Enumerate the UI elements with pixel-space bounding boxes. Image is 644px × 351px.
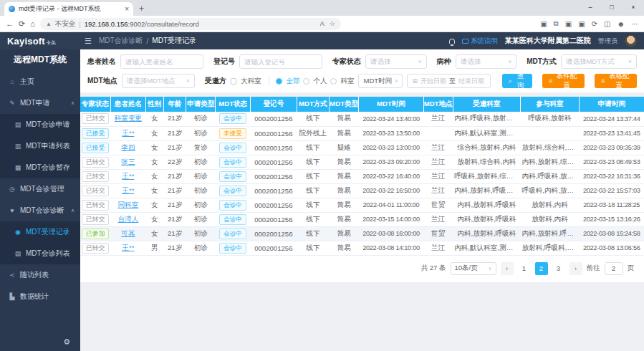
big-dept-checkbox-label[interactable]: 大科室 xyxy=(241,77,261,86)
radio-all[interactable] xyxy=(276,78,282,85)
new-tab-button[interactable]: + xyxy=(139,4,144,14)
window-maximize-button[interactable]: □ xyxy=(601,0,623,14)
sidebar-item-mdt-consult-apply[interactable]: ▤MDT会诊申请 xyxy=(0,114,80,135)
big-dept-checkbox[interactable] xyxy=(231,78,236,85)
column-header[interactable]: 性别 xyxy=(145,97,163,112)
next-page-button[interactable]: › xyxy=(569,262,582,275)
column-header[interactable]: MDT类型 xyxy=(330,97,359,112)
table-row[interactable]: 已转交王**男21岁初诊会诊中0002001256线下简易2022-03-08 … xyxy=(80,241,644,255)
patient-name-link[interactable]: 王** xyxy=(122,186,134,194)
patient-name-link[interactable]: 可其 xyxy=(121,229,135,237)
condition-config-button[interactable]: ≡条件配置 xyxy=(542,74,585,88)
table-row[interactable]: 已接受李四女21岁复诊会诊中0002001256线下疑难2022-03-23 1… xyxy=(80,140,644,155)
patient-name-input[interactable] xyxy=(120,54,203,69)
back-icon[interactable]: ← xyxy=(6,19,14,28)
goto-page-input[interactable] xyxy=(605,262,623,275)
mdt-mode-select[interactable]: 请选择MDT方式∨ xyxy=(561,54,637,69)
avatar[interactable] xyxy=(625,35,637,47)
expert-status-select[interactable]: 请选择∨ xyxy=(365,54,427,69)
column-header[interactable]: 患者姓名 xyxy=(110,97,145,112)
table-row[interactable]: 已转交王**女21岁初诊会诊中0002001256线下简易2022-03-22 … xyxy=(80,183,644,198)
table-row[interactable]: 已参加可其女21岁初诊会诊中0002001256线下简易2022-03-08 1… xyxy=(80,226,644,241)
profile-icon[interactable]: ☻ xyxy=(617,20,625,28)
column-header[interactable]: MDT时间 xyxy=(359,97,424,112)
date-range-input[interactable]: ⊞ 开始日期 至 结束日期 xyxy=(407,74,490,88)
patient-name-link[interactable]: 科室变更 xyxy=(115,114,142,122)
patient-name-link[interactable]: 同科室 xyxy=(117,201,138,208)
sidebar-item-mdt-consult-list[interactable]: ▤MDT会诊列表 xyxy=(0,243,80,264)
tab-close-icon[interactable]: × xyxy=(125,5,129,13)
column-header[interactable]: 申请时间 xyxy=(579,97,644,112)
extension-icon[interactable]: ▣ xyxy=(565,20,572,28)
radio-dept[interactable] xyxy=(330,78,337,85)
sidebar-item-mdt-accept-record[interactable]: ◉MDT受理记录 xyxy=(0,221,80,243)
collections-icon[interactable]: ⧉ xyxy=(554,19,559,28)
column-header[interactable]: 登记号 xyxy=(251,97,297,112)
bell-icon[interactable] xyxy=(449,39,455,44)
refresh-icon[interactable]: ⟳ xyxy=(592,20,597,28)
sidebar-item-home[interactable]: ⌂主页 xyxy=(0,71,80,92)
browser-home-icon[interactable]: ⌂ xyxy=(30,19,35,28)
breadcrumb-parent[interactable]: MDT会诊诊断 xyxy=(99,36,143,46)
system-help-link[interactable]: 系统说明 xyxy=(462,37,498,46)
mdt-time-select[interactable]: MDT时间∨ xyxy=(358,74,403,88)
extension-icon[interactable]: ▣ xyxy=(578,20,585,28)
radio-label[interactable]: 全部 xyxy=(286,77,299,86)
split-screen-icon[interactable]: ◫ xyxy=(604,20,610,28)
page-size-select[interactable]: 10条/页∨ xyxy=(451,262,496,275)
column-header[interactable]: MDT方式 xyxy=(297,97,330,112)
radio-label[interactable]: 科室 xyxy=(340,77,354,86)
settings-gear-icon[interactable]: ⚙ xyxy=(63,337,70,347)
column-header[interactable]: MDT状态 xyxy=(216,97,251,112)
refresh-icon[interactable]: ⟳ xyxy=(19,19,25,29)
patient-name-link[interactable]: 王** xyxy=(122,172,134,180)
sidebar-collapse-icon[interactable]: ☰ xyxy=(85,37,92,46)
table-row[interactable]: 已转交科室变更女21岁初诊会诊中0002001256线下简易2022-03-24… xyxy=(80,112,644,126)
search-button[interactable]: ⌕查询 xyxy=(502,74,532,88)
table-config-button[interactable]: ≡表格配置 xyxy=(595,74,637,88)
table-row[interactable]: 已接受王**女21岁初诊未接受0002001256院外线上简易2022-03-2… xyxy=(80,126,644,140)
column-header[interactable]: 专家状态 xyxy=(80,97,110,112)
more-menu-icon[interactable]: ⋯ xyxy=(631,20,638,28)
table-row[interactable]: 已转交张三女22岁初诊会诊中0002001256线下简易2022-03-23 0… xyxy=(80,155,644,169)
column-header[interactable]: 年龄 xyxy=(163,97,186,112)
reg-no-input[interactable] xyxy=(239,54,322,69)
window-minimize-button[interactable]: – xyxy=(580,0,601,14)
table-row[interactable]: 已转交王**女21岁初诊会诊中0002001256线下简易2022-03-22 … xyxy=(80,169,644,183)
table-row[interactable]: 已转交台湾人女21岁初诊会诊中0002001256线下简易2022-03-15 … xyxy=(80,212,644,226)
radio-personal[interactable] xyxy=(303,78,309,85)
sidebar-item-mdt-apply[interactable]: ✎MDT申请∧ xyxy=(0,92,80,114)
disease-select[interactable]: 请选择∨ xyxy=(456,54,517,69)
browser-tab[interactable]: mdt受理记录 - 远程MDT系统 × xyxy=(4,2,133,16)
sidebar-item-mdt-apply-list[interactable]: ▥MDT申请列表 xyxy=(0,135,80,157)
favorites-star-icon[interactable]: ☆ xyxy=(330,20,335,27)
patient-name-link[interactable]: 张三 xyxy=(121,158,135,165)
column-header[interactable]: 受邀科室 xyxy=(453,97,520,112)
cell-reg-no: 0002001256 xyxy=(251,241,297,255)
patient-name-link[interactable]: 王** xyxy=(122,129,134,137)
address-bar[interactable]: ▲ 不安全 | 192.168.0.156:9002/consultate/re… xyxy=(40,18,341,30)
security-label[interactable]: 不安全 xyxy=(55,19,76,29)
cell-reg-no: 0002001256 xyxy=(251,198,297,212)
extension-icon[interactable]: ▣ xyxy=(540,20,547,28)
table-row[interactable]: 已转交同科室女21岁初诊会诊中0002001256线下简易2022-04-01 … xyxy=(80,198,644,212)
window-close-button[interactable]: × xyxy=(623,0,644,14)
sidebar-item-mdt-consult-draft[interactable]: ▦MDT会诊暂存 xyxy=(0,157,80,178)
prev-page-button[interactable]: ‹ xyxy=(501,262,514,275)
column-header[interactable]: 参与科室 xyxy=(521,97,580,112)
patient-name-link[interactable]: 王** xyxy=(122,244,134,251)
page-button-3[interactable]: 3 xyxy=(552,262,565,275)
patient-name-link[interactable]: 李四 xyxy=(121,143,135,151)
column-header[interactable]: 申请类型 xyxy=(186,97,216,112)
sidebar-item-mdt-consult-manage[interactable]: ◷MDT会诊管理 xyxy=(0,178,80,200)
patient-name-link[interactable]: 台湾人 xyxy=(117,215,138,223)
column-header[interactable]: MDT地点 xyxy=(423,97,453,112)
page-button-1[interactable]: 1 xyxy=(518,262,531,275)
mdt-place-select[interactable]: 请选择MDT地点∨ xyxy=(122,74,195,88)
page-button-2[interactable]: 2 xyxy=(535,262,548,275)
read-aloud-icon[interactable]: A xyxy=(320,20,325,27)
sidebar-item-mdt-consult-diagnose[interactable]: ♥MDT会诊诊断∧ xyxy=(0,200,80,221)
radio-label[interactable]: 个人 xyxy=(313,77,327,86)
sidebar-item-data-stats[interactable]: ▙数据统计 xyxy=(0,286,80,307)
sidebar-item-followup-list[interactable]: ≺随访列表 xyxy=(0,264,80,286)
